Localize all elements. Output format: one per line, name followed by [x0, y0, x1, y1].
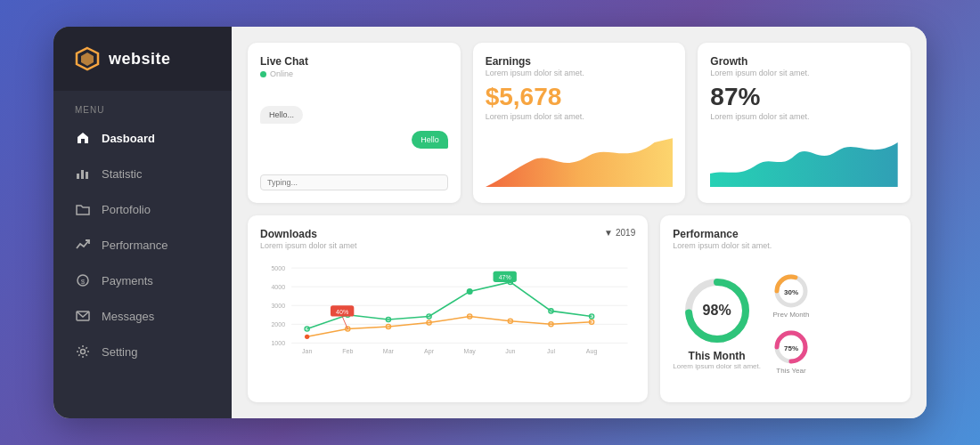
chevron-down-icon: ▼ — [604, 228, 613, 238]
prev-month-label: Prev Month — [773, 311, 810, 319]
online-dot — [260, 71, 266, 77]
trending-icon — [75, 237, 91, 253]
sidebar: website Menu Dasboard Statistic Porto — [53, 27, 232, 418]
sidebar-item-messages[interactable]: Messages — [53, 298, 232, 334]
growth-subtitle: Lorem ipsum dolor sit amet. — [710, 69, 898, 77]
svg-point-39 — [467, 288, 473, 295]
svg-text:Mar: Mar — [383, 348, 395, 354]
sidebar-item-label: Dasboard — [102, 132, 155, 145]
sidebar-item-performance[interactable]: Performance — [53, 227, 232, 263]
svg-text:May: May — [464, 348, 477, 355]
performance-title: Performance — [673, 228, 898, 240]
chat-input[interactable] — [260, 174, 448, 190]
sidebar-item-label: Performance — [102, 239, 167, 252]
svg-point-8 — [81, 350, 86, 354]
mail-icon — [75, 308, 91, 324]
logo-area: website — [53, 27, 232, 91]
bar-chart-icon — [75, 166, 91, 182]
prev-month-donut: 30% Prev Month — [772, 271, 811, 319]
sidebar-item-label: Setting — [102, 345, 137, 359]
svg-point-41 — [549, 309, 553, 313]
year-label: 2019 — [616, 228, 635, 238]
folder-icon — [75, 201, 91, 217]
this-year-label: This Year — [776, 367, 805, 375]
earnings-amount: $5,678 — [486, 83, 674, 111]
svg-text:3000: 3000 — [271, 303, 285, 309]
svg-text:30%: 30% — [784, 288, 798, 296]
svg-rect-4 — [86, 172, 88, 179]
svg-rect-3 — [81, 170, 84, 179]
svg-point-37 — [386, 317, 390, 321]
gear-icon — [75, 344, 91, 360]
earnings-subtitle2: Lorem ipsum dolor sit amet. — [486, 112, 674, 121]
svg-point-35 — [305, 327, 309, 331]
this-month-sub: Lorem ipsum dolor sit amet. — [673, 362, 761, 370]
performance-subtitle: Lorem ipsum dolor sit amet. — [673, 241, 898, 250]
chat-area: Hello... Hello — [260, 85, 448, 190]
chat-bubble-right: Hello — [412, 131, 448, 149]
performance-card: Performance Lorem ipsum dolor sit amet. … — [660, 215, 911, 402]
home-icon — [75, 130, 91, 146]
nav-items: Dasboard Statistic Portofolio Performanc… — [53, 120, 232, 418]
svg-point-29 — [386, 324, 390, 328]
perf-inner: 98% This Month Lorem ipsum dolor sit ame… — [673, 255, 898, 390]
dollar-icon: $ — [75, 272, 91, 288]
top-cards-row: Live Chat Online Hello... Hello — [248, 43, 911, 203]
svg-text:40%: 40% — [336, 309, 348, 315]
earnings-subtitle: Lorem ipsum dolor sit amet. — [486, 69, 674, 77]
chat-bubble-left: Hello... — [260, 106, 303, 124]
downloads-title: Downloads — [260, 228, 357, 240]
svg-line-45 — [342, 317, 347, 329]
downloads-subtitle: Lorem ipsum dolor sit amet — [260, 241, 357, 250]
sidebar-item-statistic[interactable]: Statistic — [53, 156, 232, 191]
svg-text:75%: 75% — [784, 344, 798, 352]
main-donut: 98% — [682, 275, 753, 346]
downloads-card: Downloads Lorem ipsum dolor sit amet ▼ 2… — [248, 215, 648, 402]
sidebar-item-label: Payments — [102, 274, 153, 287]
svg-text:4000: 4000 — [271, 284, 285, 290]
svg-text:2000: 2000 — [271, 321, 285, 328]
svg-text:Jun: Jun — [505, 348, 515, 354]
svg-text:5000: 5000 — [271, 265, 285, 271]
this-year-donut: 75% This Year — [772, 328, 811, 375]
live-chat-card: Live Chat Online Hello... Hello — [248, 43, 461, 203]
main-donut-label: 98% — [703, 303, 731, 319]
svg-text:47%: 47% — [499, 274, 511, 280]
growth-title: Growth — [710, 55, 898, 68]
svg-text:Apr: Apr — [424, 348, 435, 355]
svg-point-34 — [589, 320, 593, 324]
online-text: Online — [270, 69, 293, 78]
svg-text:Jul: Jul — [547, 348, 555, 354]
sidebar-item-label: Messages — [102, 310, 154, 323]
svg-rect-2 — [77, 174, 79, 179]
online-badge: Online — [260, 69, 448, 78]
svg-text:1000: 1000 — [271, 340, 285, 346]
perf-month-section: This Month Lorem ipsum dolor sit amet. — [673, 350, 761, 370]
live-chat-title: Live Chat — [260, 55, 448, 68]
svg-point-38 — [427, 314, 431, 319]
logo-icon — [75, 46, 100, 71]
svg-text:Jan: Jan — [302, 348, 312, 354]
chat-input-row — [260, 174, 448, 190]
earnings-title: Earnings — [486, 55, 674, 68]
growth-card: Growth Lorem ipsum dolor sit amet. 87% L… — [698, 43, 911, 203]
this-month-label: This Month — [673, 350, 761, 362]
sidebar-item-dashboard[interactable]: Dasboard — [53, 120, 232, 156]
svg-point-42 — [589, 314, 593, 319]
downloads-header: Downloads Lorem ipsum dolor sit amet ▼ 2… — [260, 228, 635, 250]
sidebar-item-portfolio[interactable]: Portofolio — [53, 191, 232, 227]
sidebar-item-label: Statistic — [102, 167, 143, 181]
growth-percent: 87% — [710, 83, 898, 111]
main-container: website Menu Dasboard Statistic Porto — [53, 27, 927, 418]
sidebar-item-setting[interactable]: Setting — [53, 334, 232, 369]
logo-text: website — [109, 50, 171, 69]
perf-right: 30% Prev Month 75% This Year — [772, 271, 811, 375]
earnings-card: Earnings Lorem ipsum dolor sit amet. $5,… — [473, 43, 686, 203]
main-area: Live Chat Online Hello... Hello — [232, 27, 927, 418]
svg-point-32 — [508, 319, 512, 323]
menu-label: Menu — [53, 91, 232, 120]
svg-point-33 — [549, 322, 553, 327]
svg-text:Feb: Feb — [342, 348, 353, 354]
sidebar-item-payments[interactable]: $ Payments — [53, 263, 232, 298]
sidebar-item-label: Portofolio — [102, 203, 151, 216]
